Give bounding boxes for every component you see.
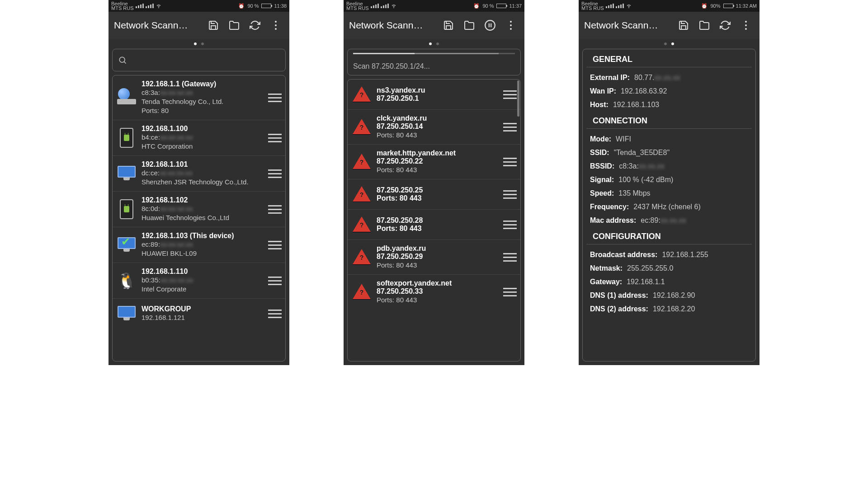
signal-icon (136, 4, 144, 8)
host-name: 87.250.250.25 (377, 186, 499, 194)
status-bar: Beeline MTS RUS ⏰ 90% 11:32 AM (579, 0, 760, 12)
host-name: 87.250.250.28 (377, 216, 499, 225)
row-menu-button[interactable] (268, 241, 282, 249)
screenshot-2: Beeline MTS RUS ⏰ 90 % 11:37 Network Sca… (344, 0, 524, 365)
save-button[interactable] (204, 16, 222, 34)
device-row[interactable]: 192.168.1.100b4:ce:xx:xx:xx:xxHTC Corpor… (113, 120, 285, 156)
host-ip: 87.250.250.1 (377, 94, 499, 103)
scrollbar[interactable] (517, 80, 519, 117)
info-value: 80.77.xx.xx.xx (634, 74, 680, 82)
info-row: Mode: WIFI (583, 132, 755, 146)
row-menu-button[interactable] (503, 253, 517, 262)
host-row[interactable]: ? 87.250.250.28Ports: 80 443 (348, 210, 520, 240)
host-ports: Ports: 80 443 (377, 296, 499, 305)
clock: 11:37 (509, 3, 522, 9)
host-row[interactable]: ? 87.250.250.25Ports: 80 443 (348, 179, 520, 210)
signal-icon-2 (146, 4, 154, 8)
wifi-icon (391, 3, 397, 9)
info-row: SSID: "Tenda_3E5DE8" (583, 146, 755, 160)
info-key: Netmask: (590, 264, 623, 272)
info-value: 192.168.2.20 (653, 305, 695, 313)
alarm-icon: ⏰ (238, 3, 245, 9)
host-row[interactable]: ? market.http.yandex.net87.250.250.22Por… (348, 145, 520, 179)
overflow-menu-button[interactable] (502, 16, 520, 34)
row-menu-button[interactable] (268, 169, 282, 178)
host-row[interactable]: ? clck.yandex.ru87.250.250.14Ports: 80 4… (348, 110, 520, 145)
warning-icon: ? (351, 184, 372, 205)
screenshot-3: Beeline MTS RUS ⏰ 90% 11:32 AM Network S… (579, 0, 760, 365)
search-box[interactable] (112, 49, 286, 71)
row-menu-button[interactable] (503, 90, 517, 99)
device-vendor: HTC Corporation (142, 142, 264, 151)
device-mac: 192.168.1.121 (142, 313, 264, 322)
refresh-button[interactable] (716, 16, 734, 34)
info-value: WIFI (616, 135, 631, 143)
clock: 11:32 AM (736, 3, 757, 9)
pause-scan-button[interactable] (481, 16, 499, 34)
signal-icon (371, 4, 379, 8)
open-folder-button[interactable] (460, 16, 478, 34)
device-row[interactable]: WORKGROUP192.168.1.121 (113, 299, 285, 328)
page-indicator (579, 39, 760, 49)
row-menu-button[interactable] (503, 221, 517, 229)
open-folder-button[interactable] (225, 16, 243, 34)
warning-icon: ? (351, 282, 372, 302)
search-input[interactable] (132, 56, 280, 64)
warning-icon: ? (351, 214, 372, 235)
row-menu-button[interactable] (268, 277, 282, 285)
host-row[interactable]: ? ns3.yandex.ru87.250.250.1 (348, 80, 520, 110)
carrier-2: MTS RUS (581, 6, 604, 10)
android-icon (116, 199, 137, 220)
device-ports: Ports: 80 (142, 106, 264, 115)
warning-icon: ? (351, 247, 372, 267)
row-menu-button[interactable] (268, 134, 282, 142)
status-bar: Beeline MTS RUS ⏰ 90 % 11:37 (344, 0, 524, 12)
row-menu-button[interactable] (268, 94, 282, 102)
svg-point-0 (119, 57, 125, 62)
row-menu-button[interactable] (503, 158, 517, 166)
device-row[interactable]: 🐧 192.168.1.110b0:35:xx:xx:xx:xxIntel Co… (113, 263, 285, 299)
info-row: DNS (1) address: 192.168.2.90 (583, 289, 755, 302)
row-menu-button[interactable] (503, 190, 517, 199)
overflow-menu-button[interactable] (737, 16, 755, 34)
row-menu-button[interactable] (268, 310, 282, 318)
info-row: Gateway: 192.168.1.1 (583, 275, 755, 289)
refresh-icon (250, 20, 260, 31)
host-name: ns3.yandex.ru (377, 86, 499, 94)
page-indicator (108, 39, 289, 49)
info-row: BSSID: c8:3a:xx.xx.xx (583, 160, 755, 173)
row-menu-button[interactable] (503, 123, 517, 131)
host-ports: Ports: 80 443 (377, 131, 499, 140)
app-bar: Network Scann… (579, 12, 760, 39)
refresh-button[interactable] (246, 16, 264, 34)
save-button[interactable] (439, 16, 458, 34)
device-row[interactable]: 192.168.1.1 (Gateway)c8:3a:xx:xx:xx:xxTe… (113, 75, 285, 120)
device-ip: 192.168.1.103 (This device) (142, 232, 264, 240)
device-ip: 192.168.1.110 (142, 267, 264, 276)
overflow-menu-icon (745, 21, 747, 30)
device-list: 192.168.1.1 (Gateway)c8:3a:xx:xx:xx:xxTe… (112, 75, 286, 361)
save-button[interactable] (675, 16, 693, 34)
info-value: "Tenda_3E5DE8" (614, 149, 670, 157)
open-folder-button[interactable] (695, 16, 713, 34)
device-row[interactable]: 192.168.1.101dc:ce:xx:xx:xx:xxShenzhen J… (113, 156, 285, 192)
host-row[interactable]: ? softexport.yandex.net87.250.250.33Port… (348, 275, 520, 309)
info-key: Signal: (590, 176, 614, 184)
info-value: ec:89:xx.xx.xx (641, 216, 686, 225)
device-row[interactable]: ✔ 192.168.1.103 (This device)ec:89:xx:xx… (113, 227, 285, 263)
host-row[interactable]: ? pdb.yandex.ru87.250.250.29Ports: 80 44… (348, 240, 520, 275)
battery-icon (723, 4, 733, 8)
row-menu-button[interactable] (503, 288, 517, 296)
device-ip: 192.168.1.101 (142, 160, 264, 169)
info-value: c8:3a:xx.xx.xx (619, 162, 664, 170)
device-row[interactable]: 192.168.1.1028c:0d:xx:xx:xx:xxHuawei Tec… (113, 192, 285, 227)
row-menu-button[interactable] (268, 205, 282, 214)
info-key: Broadcast address: (590, 251, 657, 259)
pause-icon (484, 19, 496, 31)
info-key: Mode: (590, 135, 611, 143)
overflow-menu-button[interactable] (267, 16, 285, 34)
info-value: 255.255.255.0 (627, 264, 673, 272)
device-ip: WORKGROUP (142, 305, 264, 313)
folder-icon (698, 20, 710, 31)
refresh-icon (720, 20, 731, 31)
